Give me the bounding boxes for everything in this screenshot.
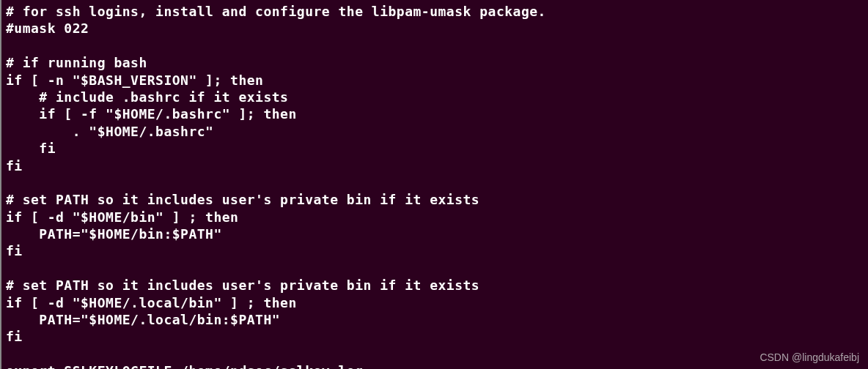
code-line: # if running bash [6, 55, 147, 70]
code-line: fi [6, 141, 56, 156]
code-line: fi [6, 243, 23, 258]
code-line: if [ -n "$BASH_VERSION" ]; then [6, 72, 263, 88]
code-line: # set PATH so it includes user's private… [6, 192, 479, 207]
left-border [0, 0, 1, 369]
code-line: # for ssh logins, install and configure … [6, 4, 546, 19]
code-line: export SSLKEYLOGFILE=/home/ndsec/sslkey.… [6, 363, 364, 369]
code-line: PATH="$HOME/bin:$PATH" [6, 226, 222, 242]
terminal-viewport[interactable]: # for ssh logins, install and configure … [0, 0, 868, 369]
watermark-text: CSDN @lingdukafeibj [760, 351, 859, 363]
code-line: if [ -f "$HOME/.bashrc" ]; then [6, 106, 297, 122]
code-line: if [ -d "$HOME/bin" ] ; then [6, 209, 238, 225]
code-line: . "$HOME/.bashrc" [6, 124, 213, 139]
code-line: fi [6, 329, 23, 344]
code-line: fi [6, 158, 23, 174]
code-line: #umask 022 [6, 20, 89, 36]
code-line: # include .bashrc if it exists [6, 89, 288, 105]
code-line: # set PATH so it includes user's private… [6, 277, 479, 293]
code-line: PATH="$HOME/.local/bin:$PATH" [6, 312, 280, 327]
code-line: if [ -d "$HOME/.local/bin" ] ; then [6, 295, 297, 310]
